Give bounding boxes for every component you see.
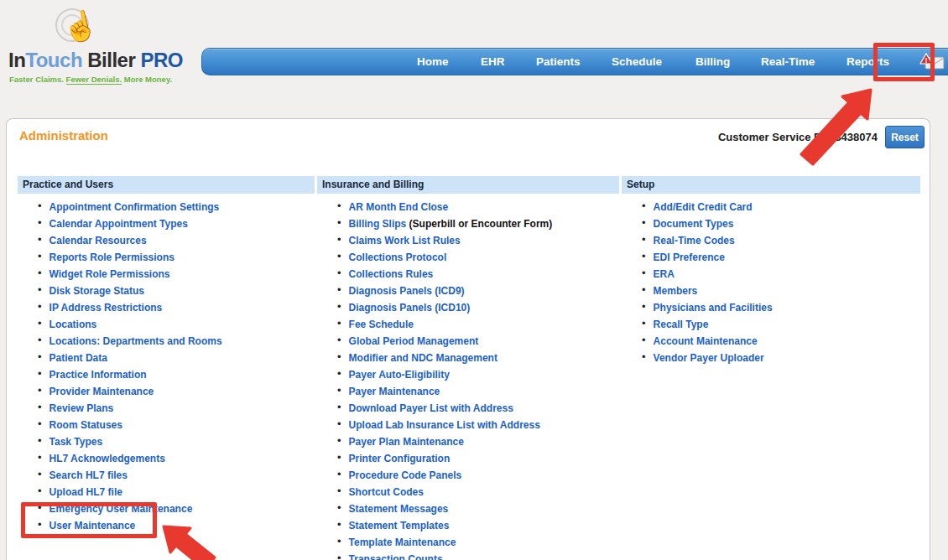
admin-link[interactable]: IP Address Restrictions [49,302,163,314]
admin-link[interactable]: Practice Information [49,369,147,381]
admin-link[interactable]: Shortcut Codes [349,486,424,498]
admin-link[interactable]: Task Types [49,436,103,448]
bullet-icon: • [337,535,341,547]
list-item: •Template Maintenance [337,533,619,550]
admin-link[interactable]: Calendar Resources [49,235,147,246]
list-item: •Diagnosis Panels (ICD10) [337,298,619,315]
column-setup: Setup •Add/Edit Credit Card•Document Typ… [622,176,920,366]
nav-item-home[interactable]: Home [417,49,449,75]
bullet-icon: • [337,317,341,329]
list-item: •Real-Time Codes [642,231,920,248]
admin-link[interactable]: Transaction Counts [349,553,443,560]
admin-link[interactable]: Diagnosis Panels (ICD9) [349,285,465,297]
admin-link[interactable]: EDI Preference [654,251,725,263]
list-item: •Global Period Management [337,332,619,349]
admin-link[interactable]: Download Payer List with Address [349,402,513,414]
admin-link[interactable]: Recall Type [654,319,709,330]
list-item: •Diagnosis Panels (ICD9) [337,282,619,298]
admin-link[interactable]: User Maintenance [49,520,136,531]
admin-link[interactable]: Document Types [654,218,734,230]
admin-link-list: •AR Month End Close•Billing Slips (Super… [317,198,619,560]
admin-link[interactable]: Statement Templates [349,520,450,531]
admin-link[interactable]: Template Maintenance [349,537,456,548]
list-item: •Upload HL7 file [38,483,315,500]
admin-link[interactable]: Upload Lab Insurance List with Address [349,419,540,431]
admin-link[interactable]: Payer Auto-Eligibility [349,369,450,381]
bullet-icon: • [337,501,341,514]
list-item: •Appointment Confirmation Settings [38,198,315,215]
nav-item-ehr[interactable]: EHR [481,49,505,75]
admin-link[interactable]: Calendar Appointment Types [49,218,188,230]
nav-item-reports[interactable]: Reports [846,49,889,75]
admin-link[interactable]: Appointment Confirmation Settings [49,201,220,213]
reset-pin-button[interactable]: Reset [885,126,925,148]
bullet-icon: • [38,434,42,447]
admin-link[interactable]: Diagnosis Panels (ICD10) [349,302,471,314]
admin-link[interactable]: Printer Configuration [349,453,451,464]
bullet-icon: • [337,367,341,380]
bullet-icon: • [337,384,341,397]
admin-link[interactable]: Account Maintenance [654,335,758,347]
admin-link[interactable]: Real-Time Codes [654,235,735,246]
main-nav-bar: Home EHR Patients Schedule Billing Real-… [201,48,948,75]
admin-link[interactable]: Emergency User Maintenance [49,503,193,515]
list-item: •User Maintenance [38,516,315,533]
admin-link[interactable]: Procedure Code Panels [349,469,462,481]
bullet-icon: • [38,283,42,296]
admin-link[interactable]: Fee Schedule [349,319,414,330]
svg-text:!: ! [925,56,928,65]
logo-part: In [8,49,25,71]
admin-link[interactable]: Collections Protocol [349,251,447,263]
admin-link[interactable]: Widget Role Permissions [49,268,170,280]
admin-link[interactable]: ERA [654,268,675,280]
list-item: •Claims Work List Rules [337,231,619,248]
list-item: •Vendor Payer Uploader [642,349,920,366]
bullet-icon: • [337,216,341,229]
hand-click-icon: ☝ [60,8,101,44]
admin-link[interactable]: Global Period Management [349,335,479,347]
nav-item-billing[interactable]: Billing [695,49,730,75]
bullet-icon: • [38,485,42,497]
nav-item-schedule[interactable]: Schedule [612,49,662,75]
intouch-biller-pro-logo[interactable]: ☝ InTouch Biller PRO Faster Claims. Fewe… [7,7,187,91]
list-item: •Transaction Counts [337,550,619,560]
admin-link[interactable]: Modifier and NDC Management [349,352,497,364]
admin-link[interactable]: HL7 Acknowledgements [49,453,165,464]
admin-link[interactable]: Members [654,285,698,297]
bullet-icon: • [337,233,341,246]
admin-link[interactable]: Payer Maintenance [349,386,440,397]
admin-link[interactable]: Collections Rules [349,268,434,280]
nav-item-real-time[interactable]: Real-Time [761,49,815,75]
admin-link[interactable]: Room Statuses [49,419,122,431]
admin-link[interactable]: Locations: Departments and Rooms [49,335,222,347]
admin-link[interactable]: Payer Plan Maintenance [349,436,464,448]
list-item: •Provider Maintenance [38,382,315,399]
bullet-icon: • [337,350,341,363]
admin-link[interactable]: Provider Maintenance [49,386,154,397]
admin-link[interactable]: AR Month End Close [349,201,449,213]
list-item: •Patient Data [38,349,315,366]
admin-link[interactable]: Review Plans [49,402,114,414]
bullet-icon: • [642,267,646,279]
bullet-icon: • [642,300,646,313]
nav-item-patients[interactable]: Patients [536,49,581,75]
admin-link[interactable]: Billing Slips [349,218,407,230]
bullet-icon: • [642,216,646,229]
nav-item-tasks-messages[interactable]: ! Tasks & Messages [919,49,948,75]
admin-link[interactable]: Locations [49,319,97,330]
admin-link[interactable]: Physicians and Facilities [654,302,773,314]
list-item: •Printer Configuration [337,449,619,466]
admin-link[interactable]: Reports Role Permissions [49,251,174,263]
list-item: •Disk Storage Status [38,282,315,298]
admin-link[interactable]: Search HL7 files [49,469,128,481]
admin-link[interactable]: Add/Edit Credit Card [654,201,753,213]
admin-link[interactable]: Upload HL7 file [49,486,122,498]
admin-link[interactable]: Statement Messages [349,503,449,515]
admin-link[interactable]: Vendor Payer Uploader [654,352,764,364]
list-item: •Payer Plan Maintenance [337,433,619,449]
logo-part: Touch [25,49,82,71]
admin-link[interactable]: Claims Work List Rules [349,235,461,246]
admin-link[interactable]: Patient Data [49,352,107,364]
list-item: •Collections Rules [337,265,619,282]
admin-link[interactable]: Disk Storage Status [49,285,144,297]
